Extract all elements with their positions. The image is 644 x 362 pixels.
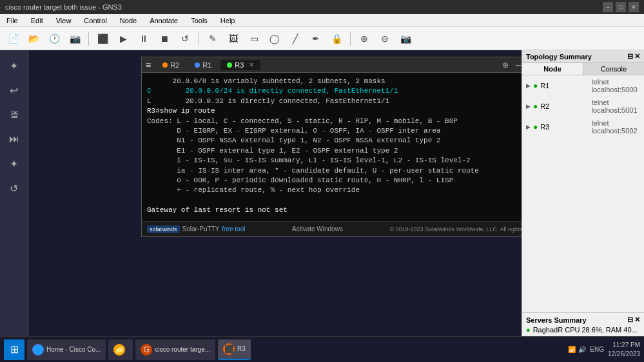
tab-r3-close[interactable]: ✕ bbox=[249, 61, 254, 68]
open-file-button[interactable]: 📂 bbox=[24, 30, 43, 48]
menu-item-file[interactable]: File bbox=[3, 15, 22, 26]
maximize-button[interactable]: □ bbox=[616, 2, 626, 12]
zoom-out-button[interactable]: ⊖ bbox=[376, 30, 394, 48]
terminal-line-12 bbox=[147, 196, 522, 205]
tab-r2-label: R2 bbox=[170, 61, 179, 69]
terminal-line-8: i - IS-IS, su - IS-IS summary, L1 - IS-I… bbox=[147, 156, 522, 166]
terminal-titlebar: ≡ R2 R1 R3 ✕ ⊕ ─ □ bbox=[142, 57, 522, 73]
image-button[interactable]: 🖼 bbox=[224, 30, 242, 48]
taskbar-icon-terminal: ⬛ bbox=[223, 343, 235, 355]
servers-icon-2[interactable]: ✕ bbox=[634, 316, 640, 324]
topology-tabs: Node Console bbox=[522, 63, 644, 75]
taskbar-label: R3 bbox=[237, 345, 246, 352]
tab-r3[interactable]: R3 ✕ bbox=[220, 60, 260, 70]
topology-header-icons: ⊟ ✕ bbox=[627, 52, 640, 61]
node-item-r3[interactable]: ▶ ● R3 telnet localhost:5002 bbox=[522, 117, 644, 137]
node-label: R2 bbox=[540, 102, 589, 110]
menu-item-annotate[interactable]: Annotate bbox=[146, 15, 182, 26]
taskbar-item-chrome[interactable]: 🌐 Home - Cisco Co... bbox=[27, 339, 106, 360]
taskbar-icon-folder: 📁 bbox=[113, 344, 125, 356]
menu-item-tools[interactable]: Tools bbox=[187, 15, 211, 26]
sidebar-back-icon[interactable]: ↩ bbox=[4, 80, 24, 100]
menu-item-help[interactable]: Help bbox=[217, 15, 239, 26]
node-label: R1 bbox=[540, 82, 589, 90]
toolbar: 📄📂🕐📷⬛▶⏸⏹↺✎🖼▭◯╱✒🔒⊕⊖📷 bbox=[0, 27, 644, 50]
tab-r2-dot bbox=[162, 62, 168, 68]
sidebar-group-icon[interactable]: ✦ bbox=[4, 153, 24, 174]
tab-r1-dot bbox=[195, 62, 200, 68]
toolbar-separator bbox=[199, 32, 199, 46]
servers-icon-1[interactable]: ⊟ bbox=[627, 316, 633, 324]
terminal-min[interactable]: ─ bbox=[513, 60, 522, 70]
taskbar-tray: 📶 🔊 ENG 11:27 PM 12/26/2023 bbox=[568, 341, 640, 359]
tab-r3-dot bbox=[227, 62, 232, 68]
taskbar-item-terminal[interactable]: ⬛ R3 bbox=[218, 339, 251, 360]
topology-icon-2[interactable]: ✕ bbox=[634, 52, 640, 61]
run-button[interactable]: ▶ bbox=[114, 30, 132, 48]
rect-button[interactable]: ▭ bbox=[245, 30, 263, 48]
snapshot-button[interactable]: 📷 bbox=[66, 30, 84, 48]
terminal-body[interactable]: 20.0.0/8 is variably subnetted, 2 subnet… bbox=[142, 73, 522, 221]
taskbar-item-gns3[interactable]: G cisco router targe... bbox=[135, 339, 215, 360]
terminal-line-1: C 20.0.0.0/24 is directly connected, Fas… bbox=[147, 86, 522, 96]
topology-icon-1[interactable]: ⊟ bbox=[627, 52, 633, 61]
sidebar-device-icon[interactable]: ⏭ bbox=[4, 129, 24, 149]
node-item-r2[interactable]: ▶ ● R2 telnet localhost:5001 bbox=[522, 96, 644, 117]
new-file-button[interactable]: 📄 bbox=[4, 30, 22, 48]
edit-button[interactable]: ✎ bbox=[204, 30, 222, 48]
reload-button[interactable]: ↺ bbox=[176, 30, 194, 48]
start-button[interactable]: ⊞ bbox=[4, 339, 24, 360]
ellipse-button[interactable]: ◯ bbox=[266, 30, 284, 48]
taskbar-icon-chrome: 🌐 bbox=[32, 344, 44, 356]
menu-bar: FileEditViewControlNodeAnnotateToolsHelp bbox=[0, 14, 644, 27]
tray-lang: ENG bbox=[590, 346, 604, 353]
capture-button[interactable]: 📷 bbox=[396, 30, 415, 48]
right-panel: Topology Summary ⊟ ✕ Node Console ▶ ● R1… bbox=[522, 50, 644, 336]
topology-tab-console[interactable]: Console bbox=[583, 63, 644, 75]
pen-button[interactable]: ✒ bbox=[307, 30, 325, 48]
tab-r2[interactable]: R2 bbox=[156, 60, 186, 70]
clock-time: 11:27 PM bbox=[608, 341, 640, 350]
taskbar: ⊞ 🌐 Home - Cisco Co... 📁 G cisco router … bbox=[0, 336, 644, 362]
server-item: ● RaghadR CPU 28.6%, RAM 40... bbox=[526, 326, 640, 334]
sidebar-nav-icon[interactable]: ✦ bbox=[4, 55, 24, 76]
menu-item-edit[interactable]: Edit bbox=[27, 15, 47, 26]
solarwinds-logo: solarwinds Solar-PuTTY free tool bbox=[147, 225, 245, 233]
terminal-line-14 bbox=[147, 215, 522, 221]
terminal-menu-icon[interactable]: ≡ bbox=[146, 60, 151, 70]
close-button[interactable]: ✕ bbox=[629, 2, 639, 12]
sw-tool: Solar-PuTTY bbox=[182, 225, 220, 233]
terminal-add-tab[interactable]: ⊕ bbox=[500, 60, 511, 70]
recent-button[interactable]: 🕐 bbox=[45, 30, 63, 48]
console-all-button[interactable]: ⬛ bbox=[93, 30, 112, 48]
sw-tagline: free tool bbox=[222, 225, 245, 233]
toolbar-separator bbox=[88, 32, 89, 46]
menu-item-node[interactable]: Node bbox=[116, 15, 141, 26]
pause-button[interactable]: ⏸ bbox=[135, 30, 153, 48]
tab-r1[interactable]: R1 bbox=[188, 60, 218, 70]
terminal-line-6: N1 - OSPF NSSA external type 1, N2 - OSP… bbox=[147, 136, 522, 146]
zoom-in-button[interactable]: ⊕ bbox=[355, 30, 373, 48]
node-label: R3 bbox=[540, 123, 589, 131]
terminal-line-5: D - EIGRP, EX - EIGRP external, O - OSPF… bbox=[147, 126, 522, 136]
lock-button[interactable]: 🔒 bbox=[327, 30, 346, 48]
sidebar-link-icon[interactable]: ↺ bbox=[4, 178, 24, 198]
topology-summary-header: Topology Summary ⊟ ✕ bbox=[522, 50, 644, 63]
topology-tab-node[interactable]: Node bbox=[522, 63, 583, 75]
volume-icon: 🔊 bbox=[578, 346, 586, 353]
menu-item-control[interactable]: Control bbox=[80, 15, 110, 26]
sidebar-monitor-icon[interactable]: 🖥 bbox=[4, 104, 24, 125]
menu-item-view[interactable]: View bbox=[52, 15, 75, 26]
node-arrow: ▶ bbox=[526, 103, 531, 110]
taskbar-item-folder[interactable]: 📁 bbox=[108, 339, 133, 360]
terminal-line-2: L 20.0.0.32 is directly connected, FastE… bbox=[147, 97, 522, 106]
line-button[interactable]: ╱ bbox=[286, 30, 304, 48]
minimize-button[interactable]: – bbox=[603, 2, 613, 12]
servers-panel: Servers Summary ⊟ ✕ ● RaghadR CPU 28.6%,… bbox=[522, 312, 644, 336]
node-arrow: ▶ bbox=[526, 82, 531, 89]
stop-button[interactable]: ⏹ bbox=[155, 30, 173, 48]
node-item-r1[interactable]: ▶ ● R1 telnet localhost:5000 bbox=[522, 75, 644, 96]
terminal-line-10: o - ODR, P - periodic downloaded static … bbox=[147, 176, 522, 186]
node-console: telnet localhost:5002 bbox=[592, 119, 640, 135]
windows-icon: ⊞ bbox=[10, 343, 19, 356]
